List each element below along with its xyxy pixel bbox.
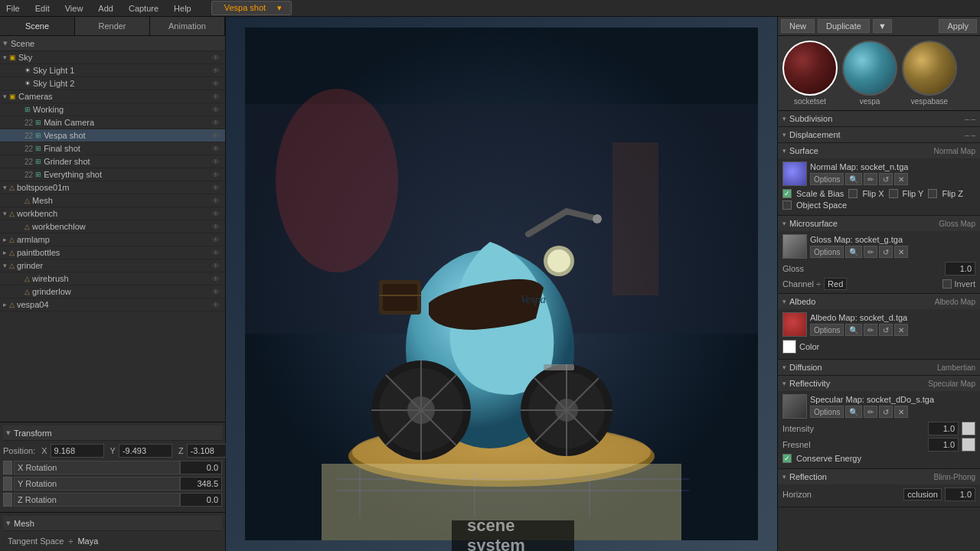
object-space-checkbox[interactable]	[782, 201, 792, 210]
scene-section-header[interactable]: ▾ Scene	[0, 36, 225, 51]
tree-item-cameras[interactable]: ▾ ▣ Cameras 👁	[0, 90, 225, 103]
tree-item-boltspose[interactable]: ▾ △ boltspose01m 👁	[0, 181, 225, 194]
tree-item-skylight1[interactable]: ☀ Sky Light 1 👁	[0, 64, 225, 77]
flip-y-checkbox[interactable]	[889, 189, 898, 198]
eye-icon[interactable]: 👁	[210, 236, 222, 244]
eye-icon[interactable]: 👁	[210, 249, 222, 257]
eye-icon[interactable]: 👁	[210, 197, 222, 205]
subdivision-header[interactable]: ▾ Subdivision – –	[778, 111, 980, 126]
reload-btn[interactable]: ↺	[879, 246, 893, 258]
edit-tex-btn[interactable]: ✏	[864, 173, 877, 185]
edit-btn[interactable]: ✏	[864, 324, 877, 336]
tree-item-working[interactable]: ⊞ Working 👁	[0, 103, 225, 116]
menu-capture[interactable]: Capture	[126, 2, 162, 15]
remove-btn[interactable]: ✕	[894, 246, 908, 258]
edit-btn[interactable]: ✏	[864, 246, 877, 258]
x-position-input[interactable]	[51, 444, 104, 458]
transform-header[interactable]: ▾ Transform	[3, 425, 222, 441]
tree-item-grinder[interactable]: ▾ △ grinder 👁	[0, 259, 225, 272]
tree-item-everythingshot[interactable]: 22 ⊞ Everything shot 👁	[0, 168, 225, 181]
albedo-header[interactable]: ▾ Albedo Albedo Map	[778, 294, 980, 309]
intensity-swatch[interactable]	[962, 422, 975, 435]
options-label[interactable]: Options	[810, 173, 844, 185]
tree-item-grindershot[interactable]: 22 ⊞ Grinder shot 👁	[0, 155, 225, 168]
tree-item-workbenchlow[interactable]: △ workbenchlow 👁	[0, 220, 225, 233]
tree-item-vespa04[interactable]: ▸ △ vespa04 👁	[0, 298, 225, 311]
flip-z-checkbox[interactable]	[928, 189, 937, 198]
eye-icon[interactable]: 👁	[210, 288, 222, 296]
tree-item-skylight2[interactable]: ☀ Sky Light 2 👁	[0, 77, 225, 90]
remove-tex-btn[interactable]: ✕	[894, 173, 908, 185]
invert-checkbox[interactable]	[942, 279, 952, 289]
y-position-input[interactable]	[119, 444, 172, 458]
eye-icon[interactable]: 👁	[210, 106, 222, 114]
material-socketset[interactable]: socketset	[782, 41, 838, 106]
eye-icon[interactable]: 👁	[210, 145, 222, 153]
eye-icon[interactable]: 👁	[210, 171, 222, 179]
search-btn[interactable]: 🔍	[845, 324, 862, 336]
options-label[interactable]: Options	[810, 406, 844, 418]
tab-render[interactable]: Render	[75, 17, 150, 35]
conserve-energy-checkbox[interactable]	[782, 454, 792, 463]
reflectivity-header[interactable]: ▾ Reflectivity Specular Map	[778, 376, 980, 391]
search-btn[interactable]: 🔍	[845, 246, 862, 258]
material-sphere-vespa[interactable]	[842, 41, 897, 96]
microsurface-header[interactable]: ▾ Microsurface Gloss Map	[778, 216, 980, 231]
menu-view[interactable]: View	[62, 2, 87, 15]
eye-icon[interactable]: 👁	[210, 93, 222, 101]
eye-icon[interactable]: 👁	[210, 210, 222, 218]
eye-icon[interactable]: 👁	[210, 80, 222, 88]
tree-item-wirebrush[interactable]: △ wirebrush 👁	[0, 272, 225, 285]
viewport[interactable]: Vespa scene system	[226, 17, 777, 551]
reload-tex-btn[interactable]: ↺	[879, 173, 893, 185]
surface-header[interactable]: ▾ Surface Normal Map	[778, 143, 980, 158]
color-swatch[interactable]	[782, 340, 796, 354]
eye-icon[interactable]: 👁	[210, 67, 222, 75]
eye-icon[interactable]: 👁	[210, 275, 222, 283]
eye-icon[interactable]: 👁	[210, 184, 222, 192]
tree-item-armlamp[interactable]: ▸ △ armlamp 👁	[0, 233, 225, 246]
new-button[interactable]: New	[781, 19, 815, 33]
tree-item-mesh[interactable]: △ Mesh 👁	[0, 194, 225, 207]
menu-edit[interactable]: Edit	[32, 2, 53, 15]
z-rotation-bar[interactable]	[3, 493, 12, 507]
material-vespabase[interactable]: vespabase	[902, 41, 957, 106]
reload-btn[interactable]: ↺	[879, 406, 893, 418]
eye-icon[interactable]: 👁	[210, 262, 222, 270]
tree-item-maincamera[interactable]: 22 ⊞ Main Camera 👁	[0, 116, 225, 129]
mesh-header[interactable]: ▾ Mesh	[3, 516, 222, 531]
duplicate-button[interactable]: Duplicate	[818, 19, 870, 33]
eye-icon[interactable]: 👁	[210, 119, 222, 127]
tree-item-finalshot[interactable]: 22 ⊞ Final shot 👁	[0, 142, 225, 155]
toolbar-menu-button[interactable]: ▼	[873, 19, 892, 33]
menu-help[interactable]: Help	[171, 2, 194, 15]
horizon-input[interactable]	[945, 487, 975, 501]
diffusion-header[interactable]: ▾ Diffusion Lambertian	[778, 360, 980, 375]
eye-icon[interactable]: 👁	[210, 158, 222, 166]
reflection-header[interactable]: ▾ Reflection Blinn-Phong	[778, 469, 980, 484]
tab-scene[interactable]: Scene	[0, 17, 75, 35]
scene-selector[interactable]: Vespa shot ▾	[211, 1, 292, 15]
flip-x-checkbox[interactable]	[848, 189, 858, 198]
material-sphere-socketset[interactable]	[782, 41, 838, 96]
remove-btn[interactable]: ✕	[894, 324, 908, 336]
displacement-header[interactable]: ▾ Displacement – –	[778, 127, 980, 142]
fresnel-swatch[interactable]	[962, 438, 975, 452]
x-rotation-bar[interactable]	[3, 461, 12, 474]
apply-button[interactable]: Apply	[939, 19, 977, 33]
eye-icon[interactable]: 👁	[210, 54, 222, 62]
eye-icon[interactable]: 👁	[210, 301, 222, 309]
remove-btn[interactable]: ✕	[894, 406, 908, 418]
options-label[interactable]: Options	[810, 246, 844, 258]
edit-btn[interactable]: ✏	[864, 406, 877, 418]
y-rotation-bar[interactable]	[3, 477, 12, 491]
menu-add[interactable]: Add	[95, 2, 116, 15]
gloss-input[interactable]	[945, 262, 975, 276]
intensity-input[interactable]	[928, 422, 959, 435]
search-btn[interactable]: 🔍	[845, 406, 862, 418]
tree-item-workbench[interactable]: ▾ △ workbench 👁	[0, 207, 225, 220]
menu-file[interactable]: File	[3, 2, 23, 15]
tree-item-vespashot[interactable]: 22 ⊞ Vespa shot 👁	[0, 129, 225, 142]
tree-item-sky[interactable]: ▾ ▣ Sky 👁	[0, 51, 225, 64]
reload-btn[interactable]: ↺	[879, 324, 893, 336]
